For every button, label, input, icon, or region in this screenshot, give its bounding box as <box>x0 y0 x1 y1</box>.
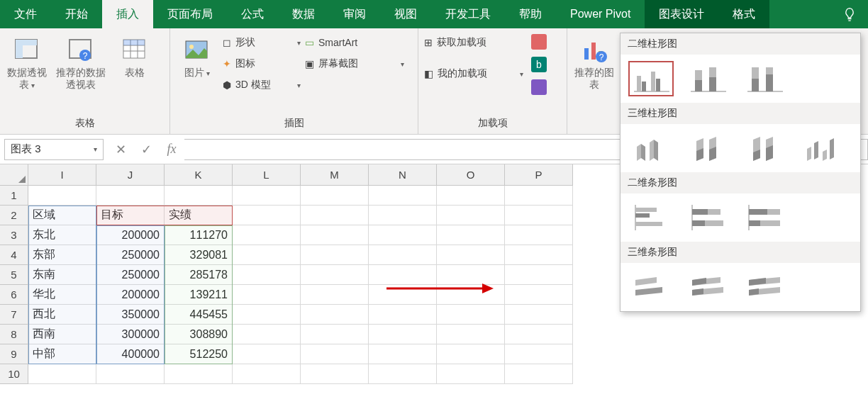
fx-button[interactable]: fx <box>159 142 184 157</box>
cell[interactable] <box>369 206 437 225</box>
cell[interactable] <box>505 364 573 384</box>
cell[interactable] <box>301 344 369 364</box>
stacked-bar-option[interactable] <box>686 201 730 235</box>
col-header[interactable]: J <box>96 164 165 186</box>
stacked100-column-option[interactable] <box>742 62 786 96</box>
cell[interactable]: 250000 <box>96 245 165 265</box>
cell[interactable]: 东部 <box>28 245 96 265</box>
cell[interactable] <box>437 364 505 384</box>
cell[interactable] <box>165 186 233 206</box>
cell[interactable] <box>437 245 505 265</box>
cell[interactable]: 445455 <box>165 305 233 325</box>
tab-pagelayout[interactable]: 页面布局 <box>153 0 227 28</box>
cell[interactable] <box>233 364 301 384</box>
clustered-bar-option[interactable] <box>629 201 673 235</box>
cell[interactable]: 实绩 <box>165 206 233 225</box>
cell[interactable] <box>437 225 505 245</box>
stacked-column-option[interactable] <box>686 62 730 96</box>
cell[interactable] <box>437 285 505 305</box>
row-header[interactable]: 6 <box>0 285 28 305</box>
clustered-column-option[interactable] <box>629 62 673 96</box>
tab-formulas[interactable]: 公式 <box>227 0 278 28</box>
col-header[interactable]: L <box>233 164 301 186</box>
cell[interactable] <box>505 305 573 325</box>
tab-view[interactable]: 视图 <box>380 0 431 28</box>
cell[interactable] <box>369 285 437 305</box>
cell[interactable] <box>233 305 301 325</box>
cell[interactable]: 350000 <box>96 305 165 325</box>
col-header[interactable]: K <box>165 164 233 186</box>
row-header[interactable]: 5 <box>0 265 28 285</box>
cell[interactable]: 200000 <box>96 285 165 305</box>
recommended-pivot-button[interactable]: ? 推荐的数据透视表 <box>52 33 109 91</box>
cell[interactable] <box>233 245 301 265</box>
cell[interactable]: 250000 <box>96 265 165 285</box>
pictures-button[interactable]: 图片 ▾ <box>176 33 218 79</box>
enter-formula-button[interactable]: ✓ <box>133 142 159 157</box>
pivottable-button[interactable]: 数据透视表 ▾ <box>6 33 48 91</box>
cell[interactable]: 华北 <box>28 285 96 305</box>
stacked100-bar-option[interactable] <box>742 201 786 235</box>
cell[interactable] <box>301 225 369 245</box>
row-header[interactable]: 10 <box>0 364 28 384</box>
tab-format[interactable]: 格式 <box>718 0 769 28</box>
cell[interactable] <box>301 364 369 384</box>
cell[interactable] <box>233 225 301 245</box>
stacked100-3d-column-option[interactable] <box>742 131 786 165</box>
clustered-3d-bar-option[interactable] <box>629 270 673 304</box>
cell[interactable] <box>369 245 437 265</box>
cell[interactable] <box>505 344 573 364</box>
3dmodels-button[interactable]: ⬢3D 模型▾ <box>223 75 301 95</box>
stacked-3d-column-option[interactable] <box>686 131 730 165</box>
cell[interactable] <box>369 225 437 245</box>
row-header[interactable]: 7 <box>0 305 28 325</box>
cell[interactable] <box>301 186 369 206</box>
cell[interactable] <box>233 344 301 364</box>
cell[interactable] <box>233 265 301 285</box>
cell[interactable] <box>369 325 437 344</box>
cell[interactable]: 329081 <box>165 245 233 265</box>
cell[interactable] <box>437 305 505 325</box>
bing-maps-icon[interactable] <box>528 33 550 51</box>
cell[interactable] <box>369 265 437 285</box>
col-header[interactable]: O <box>437 164 505 186</box>
name-box[interactable]: 图表 3 ▾ <box>4 139 104 160</box>
my-addins-button[interactable]: ◧我的加载项▾ <box>424 64 523 84</box>
cell[interactable] <box>301 325 369 344</box>
get-addins-button[interactable]: ⊞获取加载项 <box>424 33 523 52</box>
cell[interactable] <box>505 225 573 245</box>
shapes-button[interactable]: ◻形状▾ <box>223 33 301 52</box>
cell[interactable] <box>505 186 573 206</box>
cell[interactable]: 308890 <box>165 325 233 344</box>
cell[interactable] <box>233 206 301 225</box>
3d-column-option[interactable] <box>799 131 843 165</box>
cell[interactable] <box>301 206 369 225</box>
recommended-charts-button[interactable]: ? 推荐的图表 <box>573 33 616 91</box>
cell[interactable] <box>505 245 573 265</box>
table-button[interactable]: 表格 <box>113 33 156 79</box>
cell[interactable] <box>505 325 573 344</box>
col-header[interactable]: N <box>369 164 437 186</box>
tab-developer[interactable]: 开发工具 <box>431 0 505 28</box>
cell[interactable] <box>301 305 369 325</box>
cell[interactable] <box>369 364 437 384</box>
cell[interactable] <box>301 245 369 265</box>
stacked100-3d-bar-option[interactable] <box>742 270 786 304</box>
cell[interactable] <box>437 344 505 364</box>
cell[interactable]: 285178 <box>165 265 233 285</box>
cell[interactable] <box>301 285 369 305</box>
cell[interactable] <box>233 285 301 305</box>
row-header[interactable]: 1 <box>0 186 28 206</box>
clustered-3d-column-option[interactable] <box>629 131 673 165</box>
cell[interactable] <box>233 325 301 344</box>
icons-button[interactable]: ✦图标 <box>223 54 301 74</box>
cell[interactable]: 512250 <box>165 344 233 364</box>
cell[interactable]: 400000 <box>96 344 165 364</box>
smartart-button[interactable]: ▭SmartArt <box>305 33 404 52</box>
cell[interactable]: 东南 <box>28 265 96 285</box>
tab-powerpivot[interactable]: Power Pivot <box>556 0 645 28</box>
cell[interactable]: 西北 <box>28 305 96 325</box>
cell[interactable] <box>28 186 96 206</box>
col-header[interactable]: M <box>301 164 369 186</box>
tab-review[interactable]: 审阅 <box>329 0 380 28</box>
